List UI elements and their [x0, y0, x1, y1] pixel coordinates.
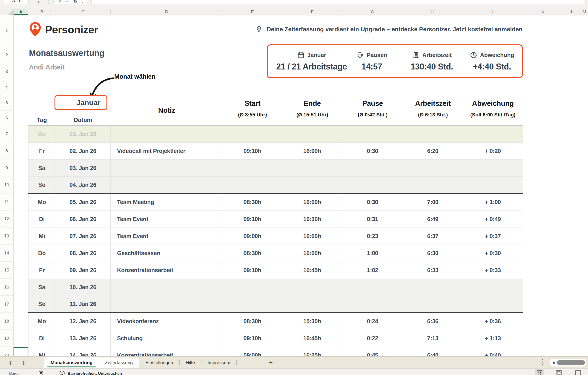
- cell-ende[interactable]: [282, 160, 342, 176]
- column-header-k[interactable]: K: [523, 9, 563, 15]
- add-sheet-button[interactable]: +: [266, 357, 276, 369]
- cell-start[interactable]: [223, 296, 282, 312]
- fx-caret-icon[interactable]: ▾: [82, 1, 83, 4]
- row-header-17[interactable]: 17: [0, 296, 13, 313]
- cell-pause[interactable]: 0:22: [342, 330, 403, 347]
- cell-datum[interactable]: 09. Jan 26: [55, 262, 111, 279]
- cell-ende[interactable]: [282, 296, 342, 312]
- cell-datum[interactable]: 07. Jan 26: [55, 228, 111, 245]
- cell-ende[interactable]: 15:30h: [282, 313, 342, 330]
- cell-pause[interactable]: [342, 160, 403, 176]
- cell-tag[interactable]: Mo: [28, 194, 55, 211]
- confirm-icon[interactable]: ✓: [66, 0, 69, 4]
- cell-notiz[interactable]: [111, 279, 223, 296]
- row-header-19[interactable]: 19: [0, 330, 13, 347]
- cell-pause[interactable]: 0:30: [342, 194, 403, 211]
- cell-arbeitszeit[interactable]: [403, 279, 463, 296]
- cell-tag[interactable]: Sa: [28, 160, 55, 176]
- column-header-f[interactable]: F: [282, 9, 342, 15]
- cell-abweichung[interactable]: + 0:37: [463, 228, 523, 245]
- cell-arbeitszeit[interactable]: 6:33: [403, 262, 463, 279]
- cell-tag[interactable]: Fr: [28, 262, 55, 279]
- cell-pause[interactable]: 0:24: [342, 313, 403, 330]
- row-header-11[interactable]: 11: [0, 193, 13, 211]
- sheet-nav-next-icon[interactable]: ❯: [19, 357, 28, 369]
- column-header-g[interactable]: G: [342, 9, 403, 15]
- cell-start[interactable]: 09:00h: [223, 228, 282, 245]
- cell-abweichung[interactable]: [463, 296, 523, 312]
- row-header-12[interactable]: 12: [0, 211, 13, 227]
- cell-datum[interactable]: 03. Jan 26: [55, 160, 111, 176]
- cell-notiz[interactable]: Geschäftsessen: [111, 245, 223, 262]
- cell-abweichung[interactable]: + 0:40: [463, 347, 523, 357]
- cell-notiz[interactable]: [111, 126, 223, 142]
- sheet-tab-hilfe[interactable]: Hilfe: [179, 357, 201, 369]
- cell-tag[interactable]: Sa: [28, 279, 55, 296]
- cell-arbeitszeit[interactable]: 7:00: [403, 194, 463, 211]
- column-header-h[interactable]: H: [403, 9, 463, 15]
- cell-start[interactable]: 08:30h: [223, 313, 282, 330]
- cell-notiz[interactable]: Videocall mit Projektleiter: [111, 143, 223, 160]
- cell-arbeitszeit[interactable]: [403, 126, 463, 142]
- cell-datum[interactable]: 05. Jan 26: [55, 194, 111, 211]
- cell-pause[interactable]: [342, 177, 403, 193]
- cell-start[interactable]: 09:10h: [223, 262, 282, 279]
- cell-abweichung[interactable]: + 0:49: [463, 211, 523, 227]
- cell-arbeitszeit[interactable]: [403, 160, 463, 176]
- cell-notiz[interactable]: Team Meeting: [111, 194, 223, 211]
- cell-pause[interactable]: 0:45: [342, 347, 403, 357]
- cell-ende[interactable]: 16:25h: [282, 347, 342, 357]
- row-header-13[interactable]: 13: [0, 227, 13, 245]
- cell-datum[interactable]: 08. Jan 26: [55, 245, 111, 262]
- sheet-tab-einstellungen[interactable]: Einstellungen: [139, 357, 179, 369]
- column-header-a[interactable]: A: [14, 9, 28, 15]
- cell-datum[interactable]: 11. Jan 26: [55, 296, 111, 312]
- cell-tag[interactable]: Do: [28, 126, 55, 142]
- column-header-l[interactable]: L: [563, 9, 581, 15]
- cell-ende[interactable]: 16:00h: [282, 143, 342, 160]
- cell-ende[interactable]: [282, 177, 342, 193]
- sheet-tab-monatsauswertung[interactable]: Monatsauswertung: [44, 357, 99, 369]
- cell-start[interactable]: 09:10h: [223, 143, 282, 160]
- cell-pause[interactable]: [342, 126, 403, 142]
- row-header-10[interactable]: 10: [0, 176, 13, 193]
- horizontal-scrollbar[interactable]: ◀: [550, 359, 586, 366]
- cell-abweichung[interactable]: + 0:33: [463, 262, 523, 279]
- macro-record-icon[interactable]: [39, 371, 43, 375]
- cell-datum[interactable]: 10. Jan 26: [55, 279, 111, 296]
- cell-arbeitszeit[interactable]: 6:30: [403, 245, 463, 262]
- cell-pause[interactable]: [342, 296, 403, 312]
- cell-arbeitszeit[interactable]: 7:13: [403, 330, 463, 347]
- column-header-e[interactable]: E: [223, 9, 282, 15]
- cell-abweichung[interactable]: + 0:36: [463, 313, 523, 330]
- month-select-dropdown[interactable]: Januar: [54, 95, 107, 110]
- cell-notiz[interactable]: Konzentrationsarbeit: [111, 262, 223, 279]
- cell-start[interactable]: [223, 126, 282, 142]
- cell-arbeitszeit[interactable]: [403, 296, 463, 312]
- cell-pause[interactable]: [342, 279, 403, 296]
- page-break-view-icon[interactable]: [574, 369, 582, 375]
- sheet-tab-impressum[interactable]: Impressum: [201, 357, 237, 369]
- row-header-16[interactable]: 16: [0, 279, 13, 296]
- cell-notiz[interactable]: Team Event: [111, 211, 223, 227]
- cell-datum[interactable]: 13. Jan 26: [55, 330, 111, 347]
- row-header-4[interactable]: 4: [0, 79, 13, 95]
- cell-pause[interactable]: 0:23: [342, 228, 403, 245]
- sheet-nav-prev-icon[interactable]: ❮: [6, 357, 15, 369]
- cell-start[interactable]: 08:30h: [223, 194, 282, 211]
- cell-notiz[interactable]: [111, 296, 223, 312]
- column-header-b[interactable]: B: [28, 9, 55, 15]
- cell-notiz[interactable]: Schulung: [111, 330, 223, 347]
- cell-start[interactable]: [223, 160, 282, 176]
- normal-view-icon[interactable]: [535, 369, 544, 375]
- column-header-m[interactable]: M: [581, 9, 588, 15]
- fx-icon[interactable]: fx: [74, 0, 77, 4]
- column-header-c[interactable]: C: [55, 9, 111, 15]
- cell-tag[interactable]: So: [28, 296, 55, 312]
- status-accessibility-label[interactable]: Barrierefreiheit: Untersuchen: [68, 371, 122, 375]
- cell-abweichung[interactable]: [463, 177, 523, 193]
- cell-ende[interactable]: 16:45h: [282, 262, 342, 279]
- cell-abweichung[interactable]: [463, 160, 523, 176]
- cell-start[interactable]: 09:00h: [223, 347, 282, 357]
- cell-notiz[interactable]: [111, 160, 223, 176]
